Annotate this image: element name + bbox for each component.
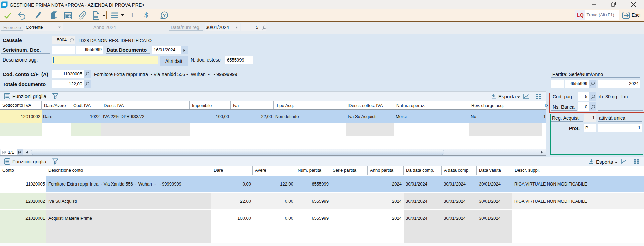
svg-text:T: T: [55, 161, 56, 163]
svg-text:T: T: [55, 95, 56, 98]
svg-text:?: ?: [163, 13, 166, 18]
